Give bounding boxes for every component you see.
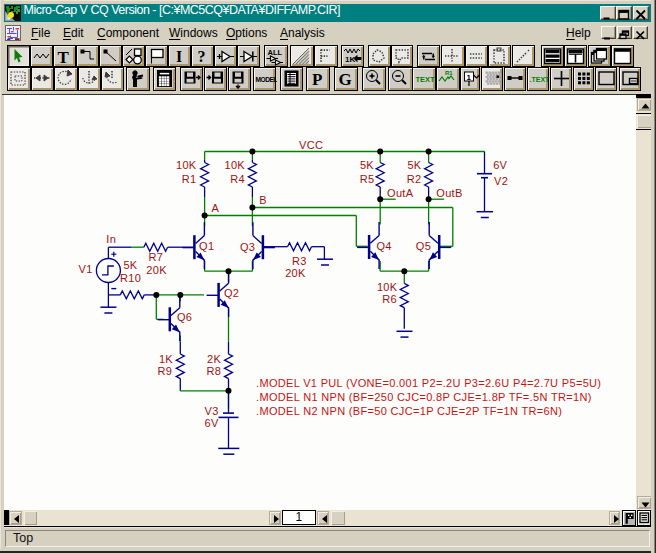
svg-text:OutB: OutB	[436, 187, 462, 199]
svg-text:V2: V2	[494, 175, 508, 187]
svg-text:6V: 6V	[205, 417, 219, 429]
svg-text:R1: R1	[182, 173, 197, 185]
svg-text:R7: R7	[149, 251, 164, 263]
svg-text:2K: 2K	[207, 353, 221, 365]
svg-text:R1: R1	[445, 70, 453, 76]
svg-text:1K: 1K	[159, 353, 173, 365]
svg-text:.MODEL N1 NPN (BF=250 CJC=0.8P: .MODEL N1 NPN (BF=250 CJC=0.8P CJE=1.8P …	[256, 391, 592, 403]
svg-text:10K: 10K	[176, 159, 197, 171]
svg-text:Q3: Q3	[240, 241, 255, 253]
svg-text:P: P	[312, 70, 322, 89]
svg-text:R9: R9	[158, 365, 173, 377]
svg-text:Q6: Q6	[177, 311, 192, 323]
svg-text:R5: R5	[360, 173, 375, 185]
svg-text:A: A	[212, 202, 220, 214]
svg-text:VCC: VCC	[299, 139, 323, 151]
svg-text:V1: V1	[79, 263, 93, 275]
svg-text:Q2: Q2	[224, 287, 239, 299]
svg-text:5K: 5K	[407, 159, 421, 171]
svg-text:B: B	[259, 194, 267, 206]
svg-text:R3: R3	[292, 255, 307, 267]
svg-text:V3: V3	[205, 405, 219, 417]
svg-text:T: T	[58, 48, 70, 67]
svg-text:20K: 20K	[146, 264, 167, 276]
svg-text:5K: 5K	[123, 259, 137, 271]
svg-text:Q1: Q1	[199, 240, 214, 252]
svg-text:R2: R2	[407, 173, 422, 185]
svg-text:20K: 20K	[285, 267, 306, 279]
svg-text:.MODEL V1 PUL (VONE=0.001 P2=.: .MODEL V1 PUL (VONE=0.001 P2=.2U P3=2.6U…	[256, 377, 601, 389]
svg-text:MODEL: MODEL	[256, 76, 278, 83]
svg-text:?: ?	[198, 48, 206, 65]
svg-text:10K: 10K	[225, 159, 246, 171]
svg-text:I: I	[176, 48, 182, 65]
svg-text:R10: R10	[120, 272, 141, 284]
svg-text:6V: 6V	[493, 159, 507, 171]
svg-text:R6: R6	[382, 293, 397, 305]
svg-text:R4: R4	[230, 173, 245, 185]
svg-text:Q5: Q5	[416, 240, 431, 252]
svg-text:.MODEL N2 NPN (BF=50 CJC=1P CJ: .MODEL N2 NPN (BF=50 CJC=1P CJE=2P TF=1N…	[256, 405, 562, 417]
svg-text:10K: 10K	[377, 281, 398, 293]
svg-text:ALL: ALL	[268, 48, 283, 57]
svg-text:Q4: Q4	[376, 240, 391, 252]
svg-text:OutA: OutA	[387, 187, 414, 199]
svg-text:5K: 5K	[360, 159, 374, 171]
svg-text:.TEXT: .TEXT	[529, 76, 550, 83]
svg-text:In: In	[106, 233, 116, 245]
svg-text:G: G	[338, 70, 351, 89]
svg-text:1K: 1K	[345, 55, 355, 64]
svg-text:TEXT: TEXT	[416, 75, 436, 84]
svg-text:1: 1	[467, 73, 472, 82]
svg-text:R8: R8	[207, 365, 222, 377]
